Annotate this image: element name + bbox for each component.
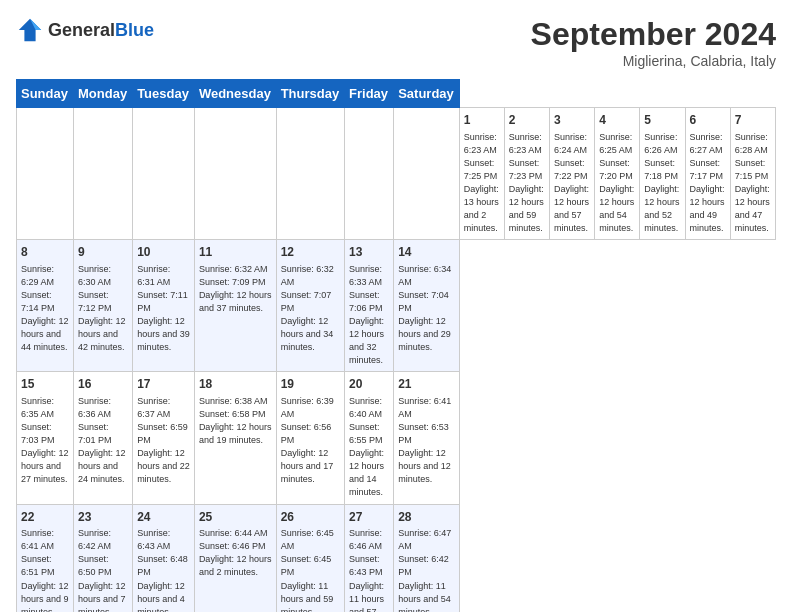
day-number: 14 xyxy=(398,244,455,261)
calendar-week-row: 1Sunrise: 6:23 AMSunset: 7:25 PMDaylight… xyxy=(17,108,776,240)
day-number: 7 xyxy=(735,112,771,129)
day-info: Sunrise: 6:39 AMSunset: 6:56 PMDaylight:… xyxy=(281,395,340,486)
day-info: Sunrise: 6:23 AMSunset: 7:23 PMDaylight:… xyxy=(509,131,545,235)
month-year-title: September 2024 xyxy=(531,16,776,53)
day-info: Sunrise: 6:30 AMSunset: 7:12 PMDaylight:… xyxy=(78,263,128,354)
day-number: 15 xyxy=(21,376,69,393)
weekday-header-wednesday: Wednesday xyxy=(194,80,276,108)
calendar-cell: 13Sunrise: 6:33 AMSunset: 7:06 PMDayligh… xyxy=(345,240,394,372)
day-info: Sunrise: 6:36 AMSunset: 7:01 PMDaylight:… xyxy=(78,395,128,486)
day-info: Sunrise: 6:45 AMSunset: 6:45 PMDaylight:… xyxy=(281,527,340,612)
calendar-cell xyxy=(133,108,195,240)
day-number: 10 xyxy=(137,244,190,261)
day-number: 27 xyxy=(349,509,389,526)
calendar-cell: 6Sunrise: 6:27 AMSunset: 7:17 PMDaylight… xyxy=(685,108,730,240)
day-info: Sunrise: 6:23 AMSunset: 7:25 PMDaylight:… xyxy=(464,131,500,235)
day-info: Sunrise: 6:46 AMSunset: 6:43 PMDaylight:… xyxy=(349,527,389,612)
calendar-cell: 28Sunrise: 6:47 AMSunset: 6:42 PMDayligh… xyxy=(394,504,460,612)
day-info: Sunrise: 6:27 AMSunset: 7:17 PMDaylight:… xyxy=(690,131,726,235)
calendar-cell: 11Sunrise: 6:32 AMSunset: 7:09 PMDayligh… xyxy=(194,240,276,372)
day-number: 6 xyxy=(690,112,726,129)
day-info: Sunrise: 6:41 AMSunset: 6:53 PMDaylight:… xyxy=(398,395,455,486)
weekday-header-thursday: Thursday xyxy=(276,80,344,108)
day-number: 25 xyxy=(199,509,272,526)
calendar-cell: 22Sunrise: 6:41 AMSunset: 6:51 PMDayligh… xyxy=(17,504,74,612)
calendar-cell: 10Sunrise: 6:31 AMSunset: 7:11 PMDayligh… xyxy=(133,240,195,372)
calendar-cell: 14Sunrise: 6:34 AMSunset: 7:04 PMDayligh… xyxy=(394,240,460,372)
day-number: 23 xyxy=(78,509,128,526)
calendar-cell: 12Sunrise: 6:32 AMSunset: 7:07 PMDayligh… xyxy=(276,240,344,372)
day-number: 16 xyxy=(78,376,128,393)
day-info: Sunrise: 6:41 AMSunset: 6:51 PMDaylight:… xyxy=(21,527,69,612)
day-info: Sunrise: 6:40 AMSunset: 6:55 PMDaylight:… xyxy=(349,395,389,499)
logo-general: General xyxy=(48,20,115,40)
logo-blue-text: Blue xyxy=(115,20,154,40)
day-info: Sunrise: 6:37 AMSunset: 6:59 PMDaylight:… xyxy=(137,395,190,486)
calendar-cell: 17Sunrise: 6:37 AMSunset: 6:59 PMDayligh… xyxy=(133,372,195,504)
day-number: 18 xyxy=(199,376,272,393)
calendar-cell xyxy=(345,108,394,240)
calendar-week-row: 8Sunrise: 6:29 AMSunset: 7:14 PMDaylight… xyxy=(17,240,776,372)
day-info: Sunrise: 6:28 AMSunset: 7:15 PMDaylight:… xyxy=(735,131,771,235)
day-info: Sunrise: 6:25 AMSunset: 7:20 PMDaylight:… xyxy=(599,131,635,235)
day-number: 2 xyxy=(509,112,545,129)
day-info: Sunrise: 6:42 AMSunset: 6:50 PMDaylight:… xyxy=(78,527,128,612)
day-number: 1 xyxy=(464,112,500,129)
weekday-header-sunday: Sunday xyxy=(17,80,74,108)
day-number: 5 xyxy=(644,112,680,129)
day-number: 20 xyxy=(349,376,389,393)
calendar-cell: 2Sunrise: 6:23 AMSunset: 7:23 PMDaylight… xyxy=(504,108,549,240)
weekday-header-saturday: Saturday xyxy=(394,80,460,108)
day-info: Sunrise: 6:26 AMSunset: 7:18 PMDaylight:… xyxy=(644,131,680,235)
page-container: GeneralBlue September 2024 Miglierina, C… xyxy=(0,0,792,612)
day-number: 9 xyxy=(78,244,128,261)
day-number: 3 xyxy=(554,112,590,129)
day-number: 24 xyxy=(137,509,190,526)
calendar-cell: 27Sunrise: 6:46 AMSunset: 6:43 PMDayligh… xyxy=(345,504,394,612)
day-number: 13 xyxy=(349,244,389,261)
day-number: 4 xyxy=(599,112,635,129)
day-info: Sunrise: 6:35 AMSunset: 7:03 PMDaylight:… xyxy=(21,395,69,486)
calendar-cell: 7Sunrise: 6:28 AMSunset: 7:15 PMDaylight… xyxy=(730,108,775,240)
calendar-cell: 18Sunrise: 6:38 AMSunset: 6:58 PMDayligh… xyxy=(194,372,276,504)
location-subtitle: Miglierina, Calabria, Italy xyxy=(531,53,776,69)
calendar-cell xyxy=(194,108,276,240)
calendar-cell xyxy=(17,108,74,240)
calendar-cell: 20Sunrise: 6:40 AMSunset: 6:55 PMDayligh… xyxy=(345,372,394,504)
calendar-cell: 9Sunrise: 6:30 AMSunset: 7:12 PMDaylight… xyxy=(74,240,133,372)
day-number: 21 xyxy=(398,376,455,393)
calendar-cell: 26Sunrise: 6:45 AMSunset: 6:45 PMDayligh… xyxy=(276,504,344,612)
day-info: Sunrise: 6:24 AMSunset: 7:22 PMDaylight:… xyxy=(554,131,590,235)
day-info: Sunrise: 6:44 AMSunset: 6:46 PMDaylight:… xyxy=(199,527,272,579)
day-number: 26 xyxy=(281,509,340,526)
day-info: Sunrise: 6:38 AMSunset: 6:58 PMDaylight:… xyxy=(199,395,272,447)
day-info: Sunrise: 6:33 AMSunset: 7:06 PMDaylight:… xyxy=(349,263,389,367)
calendar-cell: 5Sunrise: 6:26 AMSunset: 7:18 PMDaylight… xyxy=(640,108,685,240)
weekday-header-row: SundayMondayTuesdayWednesdayThursdayFrid… xyxy=(17,80,776,108)
calendar-cell: 21Sunrise: 6:41 AMSunset: 6:53 PMDayligh… xyxy=(394,372,460,504)
calendar-table: SundayMondayTuesdayWednesdayThursdayFrid… xyxy=(16,79,776,612)
day-info: Sunrise: 6:29 AMSunset: 7:14 PMDaylight:… xyxy=(21,263,69,354)
day-info: Sunrise: 6:31 AMSunset: 7:11 PMDaylight:… xyxy=(137,263,190,354)
logo-text: GeneralBlue xyxy=(48,20,154,41)
logo: GeneralBlue xyxy=(16,16,154,44)
day-number: 22 xyxy=(21,509,69,526)
calendar-cell xyxy=(394,108,460,240)
header: GeneralBlue September 2024 Miglierina, C… xyxy=(16,16,776,69)
calendar-cell: 23Sunrise: 6:42 AMSunset: 6:50 PMDayligh… xyxy=(74,504,133,612)
day-info: Sunrise: 6:34 AMSunset: 7:04 PMDaylight:… xyxy=(398,263,455,354)
weekday-header-monday: Monday xyxy=(74,80,133,108)
calendar-cell: 4Sunrise: 6:25 AMSunset: 7:20 PMDaylight… xyxy=(595,108,640,240)
day-number: 12 xyxy=(281,244,340,261)
calendar-cell xyxy=(74,108,133,240)
day-number: 28 xyxy=(398,509,455,526)
calendar-cell: 25Sunrise: 6:44 AMSunset: 6:46 PMDayligh… xyxy=(194,504,276,612)
calendar-cell: 3Sunrise: 6:24 AMSunset: 7:22 PMDaylight… xyxy=(550,108,595,240)
day-info: Sunrise: 6:32 AMSunset: 7:09 PMDaylight:… xyxy=(199,263,272,315)
calendar-week-row: 22Sunrise: 6:41 AMSunset: 6:51 PMDayligh… xyxy=(17,504,776,612)
calendar-cell: 8Sunrise: 6:29 AMSunset: 7:14 PMDaylight… xyxy=(17,240,74,372)
logo-icon xyxy=(16,16,44,44)
day-number: 11 xyxy=(199,244,272,261)
calendar-cell xyxy=(276,108,344,240)
calendar-cell: 15Sunrise: 6:35 AMSunset: 7:03 PMDayligh… xyxy=(17,372,74,504)
